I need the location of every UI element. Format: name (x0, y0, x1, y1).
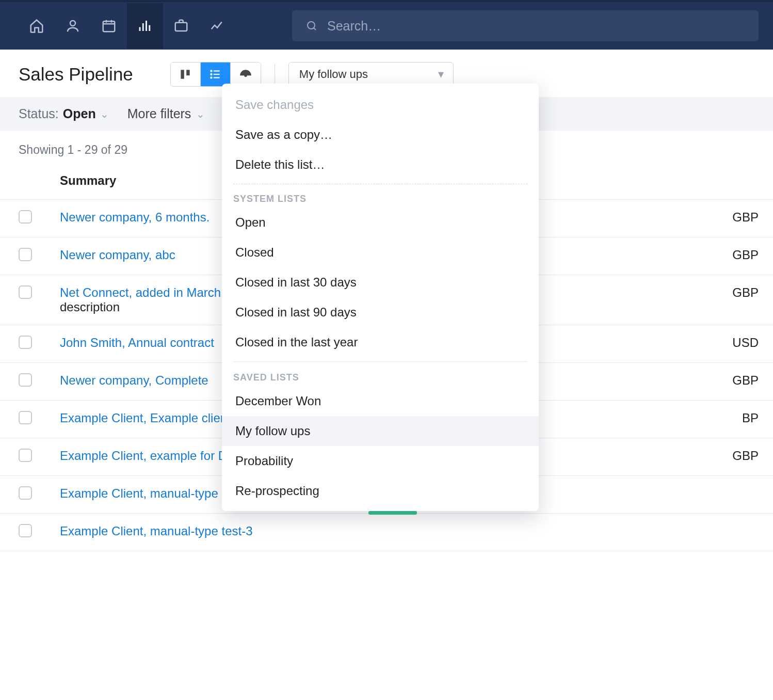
row-checkbox[interactable] (19, 248, 32, 261)
save-as-copy-item[interactable]: Save as a copy… (222, 120, 539, 150)
row-summary-link[interactable]: Example Client, example for David (60, 449, 250, 463)
system-list-item[interactable]: Closed (222, 237, 539, 267)
svg-point-6 (211, 70, 213, 72)
briefcase-icon[interactable] (163, 3, 199, 49)
row-checkbox[interactable] (19, 373, 32, 387)
table-row[interactable]: Example Client, manual-type test-3 (0, 514, 773, 551)
status-label: Status: (19, 106, 59, 121)
search-bar[interactable] (292, 10, 759, 41)
search-icon (305, 20, 318, 32)
system-lists-header: SYSTEM LISTS (222, 188, 539, 208)
system-list-item[interactable]: Open (222, 208, 539, 237)
kanban-view-button[interactable] (171, 62, 201, 86)
trend-icon[interactable] (199, 3, 235, 49)
chevron-down-icon: ⌄ (196, 108, 205, 120)
svg-rect-4 (181, 70, 185, 78)
saved-list-item[interactable]: My follow ups (222, 416, 539, 446)
svg-rect-5 (186, 70, 190, 75)
save-changes-item: Save changes (222, 90, 539, 120)
system-list-item[interactable]: Closed in the last year (222, 327, 539, 357)
search-input[interactable] (327, 19, 745, 34)
svg-point-0 (70, 21, 75, 26)
row-summary-link[interactable]: John Smith, Annual contract (60, 336, 214, 349)
person-icon[interactable] (55, 3, 91, 49)
row-checkbox[interactable] (19, 411, 32, 424)
list-dropdown-panel: Save changes Save as a copy… Delete this… (222, 84, 539, 511)
svg-rect-11 (214, 77, 220, 78)
row-summary-link[interactable]: Newer company, abc (60, 248, 175, 262)
row-currency: GBP (637, 275, 773, 325)
pipeline-icon[interactable] (127, 3, 163, 49)
svg-rect-2 (175, 23, 187, 31)
system-list-item[interactable]: Closed in last 90 days (222, 297, 539, 327)
svg-point-10 (211, 76, 213, 78)
saved-list-dropdown[interactable]: My follow ups ▾ (288, 62, 454, 87)
status-filter[interactable]: Status: Open ⌄ (19, 106, 109, 121)
svg-point-8 (211, 73, 213, 75)
dashboard-view-button[interactable] (231, 62, 261, 86)
row-summary-link[interactable]: Net Connect, added in March 2 (60, 285, 231, 299)
calendar-icon[interactable] (91, 3, 127, 49)
row-currency (637, 476, 773, 514)
row-currency: GBP (637, 363, 773, 401)
row-checkbox[interactable] (19, 285, 32, 299)
home-icon[interactable] (19, 3, 55, 49)
delete-list-item[interactable]: Delete this list… (222, 150, 539, 180)
more-filters-label: More filters (127, 106, 191, 121)
saved-lists-header: SAVED LISTS (222, 367, 539, 386)
status-value: Open (63, 106, 96, 121)
chevron-down-icon: ▾ (438, 68, 444, 81)
row-checkbox[interactable] (19, 524, 32, 537)
svg-point-3 (308, 22, 315, 29)
top-navbar (0, 0, 773, 50)
row-currency (637, 514, 773, 551)
svg-rect-7 (214, 70, 220, 71)
row-checkbox[interactable] (19, 449, 32, 462)
divider (233, 361, 527, 362)
row-checkbox[interactable] (19, 210, 32, 224)
svg-rect-1 (103, 21, 115, 31)
toolbar-divider (275, 64, 275, 85)
list-view-button[interactable] (201, 62, 231, 86)
row-currency: GBP (637, 438, 773, 476)
system-list-item[interactable]: Closed in last 30 days (222, 267, 539, 297)
more-filters[interactable]: More filters ⌄ (127, 106, 205, 121)
progress-indicator (368, 511, 417, 515)
row-currency: GBP (637, 237, 773, 275)
divider (233, 184, 527, 184)
row-summary-link[interactable]: Example Client, manual-type test-3 (60, 524, 253, 538)
dropdown-label: My follow ups (299, 68, 368, 81)
row-summary-link[interactable]: Newer company, Complete (60, 373, 208, 387)
saved-list-item[interactable]: December Won (222, 386, 539, 416)
nav-icons (19, 3, 235, 49)
page-title: Sales Pipeline (19, 64, 133, 85)
svg-rect-9 (214, 74, 220, 75)
row-currency: BP (637, 401, 773, 438)
chevron-down-icon: ⌄ (100, 108, 109, 120)
row-checkbox[interactable] (19, 336, 32, 349)
view-switch (170, 62, 261, 87)
row-summary-link[interactable]: Newer company, 6 months. (60, 210, 210, 224)
saved-list-item[interactable]: Re-prospecting (222, 476, 539, 506)
row-currency: GBP (637, 200, 773, 237)
saved-list-item[interactable]: Probability (222, 446, 539, 476)
row-checkbox[interactable] (19, 486, 32, 500)
row-currency: USD (637, 325, 773, 363)
